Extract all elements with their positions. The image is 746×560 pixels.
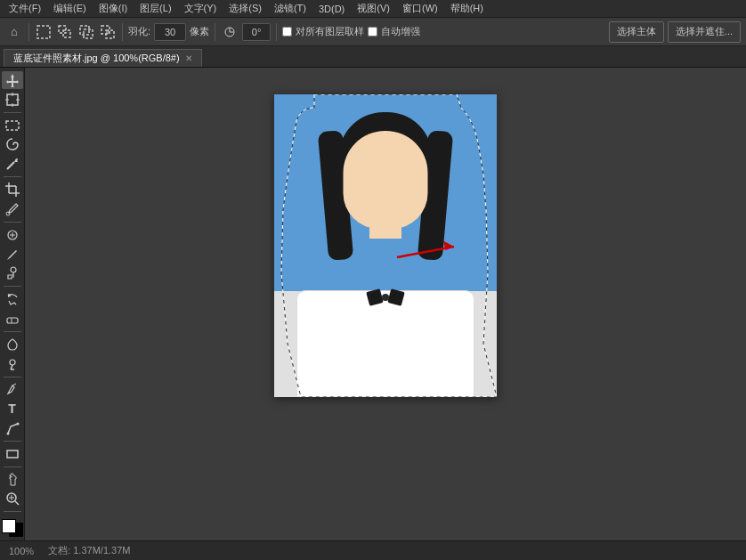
artboard-tool[interactable] bbox=[2, 91, 23, 109]
tool-sep-1 bbox=[4, 112, 21, 113]
document-tab[interactable]: 蓝底证件照素材.jpg @ 100%(RGB/8#) ✕ bbox=[4, 49, 202, 67]
new-selection-icon[interactable] bbox=[35, 23, 53, 41]
color-swatches[interactable] bbox=[2, 519, 23, 537]
svg-point-38 bbox=[6, 433, 9, 435]
pen-tool[interactable] bbox=[2, 380, 23, 398]
move-tool[interactable] bbox=[2, 71, 23, 89]
menu-view[interactable]: 视图(V) bbox=[352, 0, 395, 17]
bow-center bbox=[382, 294, 389, 301]
hand-tool[interactable] bbox=[2, 471, 23, 489]
svg-rect-3 bbox=[80, 26, 89, 35]
shape-tool[interactable] bbox=[2, 445, 23, 463]
canvas-area: .ant-line { fill: none; stroke: white; s… bbox=[25, 68, 746, 540]
svg-point-39 bbox=[16, 423, 19, 426]
svg-point-20 bbox=[16, 158, 18, 160]
all-layers-checkbox[interactable] bbox=[282, 27, 292, 37]
home-icon[interactable]: ⌂ bbox=[5, 23, 23, 41]
svg-line-37 bbox=[12, 384, 16, 386]
eyedropper-tool[interactable] bbox=[2, 200, 23, 218]
lasso-tool[interactable] bbox=[2, 136, 23, 154]
svg-rect-17 bbox=[6, 121, 19, 130]
zoom-tool[interactable] bbox=[2, 491, 23, 508]
statusbar: 100% 文档: 1.37M/1.37M bbox=[0, 540, 746, 560]
history-brush-tool[interactable] bbox=[2, 290, 23, 308]
tool-sep-4 bbox=[4, 286, 21, 287]
select-subject-button[interactable]: 选择主体 bbox=[609, 21, 664, 43]
enhance-label: 自动增强 bbox=[381, 25, 420, 38]
brush-tool[interactable] bbox=[2, 246, 23, 264]
document-canvas: .ant-line { fill: none; stroke: white; s… bbox=[274, 94, 497, 397]
dodge-tool[interactable] bbox=[2, 355, 23, 373]
tab-close-button[interactable]: ✕ bbox=[185, 53, 192, 63]
tabbar: 蓝底证件照素材.jpg @ 100%(RGB/8#) ✕ bbox=[0, 46, 746, 68]
blur-tool[interactable] bbox=[2, 336, 23, 353]
menu-text[interactable]: 文字(Y) bbox=[179, 0, 223, 17]
all-layers-checkbox-group[interactable]: 对所有图层取样 bbox=[282, 25, 364, 38]
svg-rect-7 bbox=[106, 30, 109, 34]
doc-size: 文档: 1.37M/1.37M bbox=[48, 544, 130, 557]
menu-3d[interactable]: 3D(D) bbox=[313, 2, 350, 16]
path-selection-tool[interactable] bbox=[2, 419, 23, 437]
separator-1 bbox=[28, 23, 29, 41]
tool-sep-3 bbox=[4, 222, 21, 223]
tool-sep-5 bbox=[4, 331, 21, 332]
clone-stamp-tool[interactable] bbox=[2, 265, 23, 283]
main-area: T bbox=[0, 68, 746, 540]
menu-filter[interactable]: 滤镜(T) bbox=[269, 0, 312, 17]
separator-4 bbox=[276, 23, 277, 41]
left-toolbar: T bbox=[0, 68, 25, 540]
angle-input[interactable]: 0° bbox=[242, 23, 271, 41]
separator-2 bbox=[122, 23, 123, 41]
add-selection-icon[interactable] bbox=[56, 23, 74, 41]
healing-brush-tool[interactable] bbox=[2, 226, 23, 244]
marquee-tool[interactable] bbox=[2, 117, 23, 134]
tool-sep-8 bbox=[4, 467, 21, 467]
foreground-color-swatch[interactable] bbox=[2, 519, 16, 533]
subtract-selection-icon[interactable] bbox=[77, 23, 95, 41]
text-tool[interactable]: T bbox=[2, 400, 23, 418]
svg-rect-0 bbox=[37, 26, 50, 38]
feather-input[interactable] bbox=[154, 23, 186, 41]
svg-rect-32 bbox=[7, 318, 18, 323]
bow-right bbox=[387, 288, 405, 306]
tool-sep-2 bbox=[4, 176, 21, 177]
angle-icon bbox=[221, 23, 239, 41]
svg-point-29 bbox=[11, 267, 16, 272]
photo-content: .ant-line { fill: none; stroke: white; s… bbox=[274, 94, 497, 397]
enhance-checkbox-group[interactable]: 自动增强 bbox=[368, 25, 420, 38]
crop-tool[interactable] bbox=[2, 181, 23, 199]
svg-rect-2 bbox=[63, 30, 70, 37]
intersect-selection-icon[interactable] bbox=[99, 23, 117, 41]
menu-help[interactable]: 帮助(H) bbox=[445, 0, 489, 17]
tool-sep-6 bbox=[4, 377, 21, 377]
enhance-checkbox[interactable] bbox=[368, 27, 377, 37]
tool-sep-9 bbox=[4, 511, 21, 512]
svg-line-18 bbox=[7, 162, 14, 169]
body-shirt bbox=[296, 290, 474, 397]
svg-rect-4 bbox=[84, 29, 93, 38]
neck bbox=[369, 203, 401, 239]
menu-file[interactable]: 文件(F) bbox=[4, 0, 46, 17]
select-and-mask-button[interactable]: 选择并遮住... bbox=[668, 21, 741, 43]
toolbar: ⌂ 羽化: 像素 0° 对所有图层取样 自动增强 选择主体 选择 bbox=[0, 18, 746, 46]
svg-rect-1 bbox=[59, 26, 66, 33]
menu-window[interactable]: 窗口(W) bbox=[397, 0, 443, 17]
svg-marker-11 bbox=[6, 74, 19, 87]
svg-point-34 bbox=[10, 360, 15, 365]
separator-3 bbox=[215, 23, 215, 41]
svg-rect-40 bbox=[7, 450, 18, 458]
svg-point-25 bbox=[6, 212, 10, 215]
svg-line-42 bbox=[15, 501, 19, 505]
menu-layer[interactable]: 图层(L) bbox=[134, 0, 176, 17]
menu-select[interactable]: 选择(S) bbox=[223, 0, 267, 17]
bow-left bbox=[366, 288, 384, 306]
tool-sep-7 bbox=[4, 441, 21, 442]
bow-tie bbox=[368, 288, 403, 306]
menu-edit[interactable]: 编辑(E) bbox=[48, 0, 92, 17]
magic-wand-tool[interactable] bbox=[2, 155, 23, 173]
eraser-tool[interactable] bbox=[2, 310, 23, 328]
zoom-level: 100% bbox=[9, 546, 34, 556]
all-layers-label: 对所有图层取样 bbox=[296, 25, 364, 38]
feather-label: 羽化: bbox=[128, 25, 150, 38]
menu-image[interactable]: 图像(I) bbox=[93, 0, 133, 17]
